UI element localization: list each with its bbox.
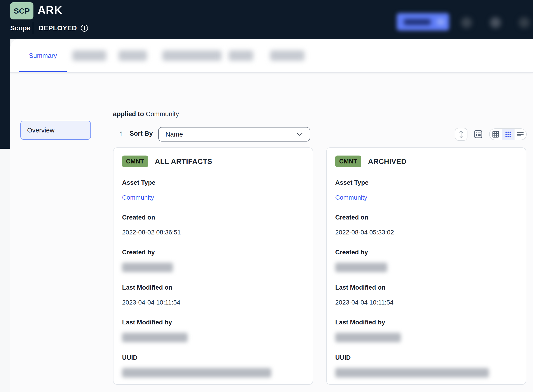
tab-blurred-1[interactable] [72,50,106,61]
chevron-down-icon [297,132,303,136]
blurred-value [335,263,387,272]
header-icon-blurred-1[interactable] [461,17,472,28]
field-label-created-by: Created by [122,248,304,257]
main-panel: Summary Overview applied to Community ↑ … [10,39,533,392]
panel-content: Overview applied to Community ↑ Sort By … [10,73,533,392]
card-title[interactable]: ARCHIVED [368,157,406,166]
asset-type-link[interactable]: Community [335,193,517,202]
divider [33,22,33,34]
field-label-asset-type: Asset Type [335,178,517,187]
field-value: 2023-04-04 10:11:54 [335,298,517,307]
app-header: SCP ARK Scope DEPLOYED i [0,0,533,39]
field-label-uuid: UUID [335,353,517,362]
sort-by-select[interactable]: Name [158,127,310,141]
tile-view-button[interactable] [502,129,514,140]
dots-grid-icon [505,131,511,138]
blurred-value [122,333,188,342]
view-mode-segmented-control [489,128,527,140]
page-title: ARK [37,4,62,17]
card-title[interactable]: ALL ARTIFACTS [155,157,212,166]
tab-blurred-5[interactable] [270,50,305,61]
details-list-button[interactable] [473,129,483,139]
breadcrumb: Scope DEPLOYED i [10,23,88,33]
list-details-icon [473,130,483,139]
applied-to-value: Community [146,110,179,117]
sort-toolbar: ↑ Sort By Name [10,127,533,142]
tab-summary[interactable]: Summary [19,39,67,72]
view-controls [455,127,527,141]
active-tab-underline [19,71,67,72]
rows-list-icon [517,131,524,138]
tab-bar: Summary [10,39,533,73]
table-grid-icon [492,131,499,138]
status-badge: DEPLOYED [39,24,77,32]
field-label-created-by: Created by [335,248,517,257]
header-icon-blurred-3[interactable] [519,17,530,28]
rows-view-button[interactable] [514,129,526,140]
blurred-value [335,368,489,378]
field-label-last-modified-on: Last Modified on [122,283,304,292]
field-label-last-modified-on: Last Modified on [335,283,517,292]
asset-card-all-artifacts: CMNTALL ARTIFACTSAsset TypeCommunityCrea… [113,147,313,385]
applied-to-line: applied to Community [113,110,179,118]
field-value: 2022-08-02 08:36:51 [122,228,304,237]
asset-kind-label: Scope [10,24,31,32]
tab-blurred-4[interactable] [229,50,253,61]
header-icon-blurred-2[interactable] [490,17,501,28]
vertical-resize-icon [459,130,464,138]
field-value: 2022-08-04 05:33:02 [335,228,517,237]
info-icon[interactable]: i [81,25,88,32]
tab-blurred-3[interactable] [162,50,222,61]
actions-button-blurred[interactable] [397,13,449,31]
field-value: 2023-04-04 10:11:54 [122,298,304,307]
field-label-last-modified-by: Last Modified by [335,318,517,327]
blurred-button-label [404,19,431,25]
tab-blurred-2[interactable] [119,50,147,61]
left-light-strip [0,149,10,392]
applied-to-label: applied to [113,110,144,117]
blurred-value [335,333,401,342]
blurred-value [122,263,173,272]
asset-card-archived: CMNTARCHIVEDAsset TypeCommunityCreated o… [326,147,526,385]
field-label-uuid: UUID [122,353,304,362]
card-header: CMNTARCHIVED [335,155,517,167]
sort-by-label: Sort By [130,130,153,137]
field-label-created-on: Created on [335,213,517,222]
field-label-last-modified-by: Last Modified by [122,318,304,327]
field-label-asset-type: Asset Type [122,178,304,187]
chevron-down-icon [437,19,445,25]
table-view-button[interactable] [490,129,502,140]
left-dark-strip [0,38,10,149]
asset-type-badge: CMNT [335,155,361,167]
asset-cards-grid: CMNTALL ARTIFACTSAsset TypeCommunityCrea… [113,147,526,392]
tab-summary-label: Summary [29,52,57,60]
expand-collapse-button[interactable] [455,128,468,141]
asset-type-badge: CMNT [122,155,148,167]
asset-type-link[interactable]: Community [122,193,304,202]
sort-direction-icon[interactable]: ↑ [119,129,123,137]
sort-by-selected-value: Name [166,131,297,138]
app-logo: SCP [10,2,33,19]
card-header: CMNTALL ARTIFACTS [122,155,304,167]
field-label-created-on: Created on [122,213,304,222]
blurred-value [122,368,271,378]
